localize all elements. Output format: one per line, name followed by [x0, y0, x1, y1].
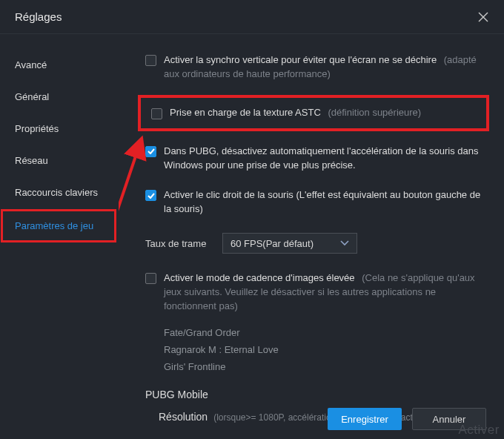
close-icon	[478, 12, 488, 22]
game-list: Fate/Grand Order Ragnarok M : Eternal Lo…	[164, 324, 486, 375]
sidebar-item-properties[interactable]: Propriétés	[0, 113, 119, 145]
settings-content: Activer la synchro verticale pour éviter…	[119, 34, 504, 439]
sidebar-item-network[interactable]: Réseau	[0, 145, 119, 176]
high-fps-label: Activer le mode de cadence d'images élev…	[164, 272, 355, 283]
right-click-label: Activer le clic droit de la souris (L'ef…	[164, 188, 486, 217]
sidebar-item-advanced[interactable]: Avancé	[0, 49, 119, 81]
titlebar: Réglages	[0, 0, 504, 34]
pubg-mouse-label: Dans PUBG, désactivez automatiquement l'…	[164, 145, 486, 173]
frame-rate-row: Taux de trame 60 FPS(Par défaut)	[145, 233, 486, 254]
astc-checkbox[interactable]	[151, 108, 162, 119]
vsync-checkbox[interactable]	[145, 55, 156, 66]
sidebar-item-shortcuts[interactable]: Raccourcis claviers	[0, 176, 119, 208]
sidebar-item-general[interactable]: Général	[0, 81, 119, 113]
game-list-item: Ragnarok M : Eternal Love	[164, 341, 486, 358]
resolution-label: Résolution	[159, 411, 208, 423]
right-click-checkbox[interactable]	[145, 190, 156, 201]
option-high-fps: Activer le mode de cadence d'images élev…	[145, 271, 486, 314]
svg-line-3	[119, 141, 141, 257]
high-fps-checkbox[interactable]	[145, 273, 156, 284]
pubg-mouse-checkbox[interactable]	[145, 146, 156, 157]
frame-rate-value: 60 FPS(Par défaut)	[231, 238, 314, 249]
check-icon	[147, 193, 155, 199]
pubg-section-title: PUBG Mobile	[145, 389, 486, 400]
window-title: Réglages	[15, 10, 62, 23]
game-list-item: Fate/Grand Order	[164, 324, 486, 341]
astc-text: Prise en charge de la texture ASTC (défi…	[170, 107, 479, 118]
frame-rate-label: Taux de trame	[145, 238, 222, 249]
sidebar: Avancé Général Propriétés Réseau Raccour…	[0, 34, 119, 439]
astc-hint: (définition supérieure)	[328, 107, 421, 118]
astc-label: Prise en charge de la texture ASTC	[170, 107, 321, 118]
option-right-click: Activer le clic droit de la souris (L'ef…	[145, 188, 486, 217]
vsync-text: Activer la synchro verticale pour éviter…	[164, 53, 486, 82]
option-astc-highlight: Prise en charge de la texture ASTC (défi…	[138, 95, 489, 131]
option-pubg-mouse: Dans PUBG, désactivez automatiquement l'…	[145, 145, 486, 173]
frame-rate-select[interactable]: 60 FPS(Par défaut)	[222, 233, 357, 254]
option-vsync: Activer la synchro verticale pour éviter…	[145, 53, 486, 82]
chevron-down-icon	[340, 240, 349, 246]
footer-buttons: Enregistrer Annuler	[328, 408, 486, 430]
sidebar-item-game-settings[interactable]: Paramètres de jeu	[1, 210, 116, 242]
high-fps-text: Activer le mode de cadence d'images élev…	[164, 271, 486, 314]
game-list-item: Girls' Frontline	[164, 358, 486, 375]
check-icon	[147, 148, 155, 154]
save-button[interactable]: Enregistrer	[328, 408, 402, 430]
cancel-button[interactable]: Annuler	[412, 408, 486, 430]
vsync-label: Activer la synchro verticale pour éviter…	[164, 54, 437, 65]
close-button[interactable]	[476, 10, 491, 24]
